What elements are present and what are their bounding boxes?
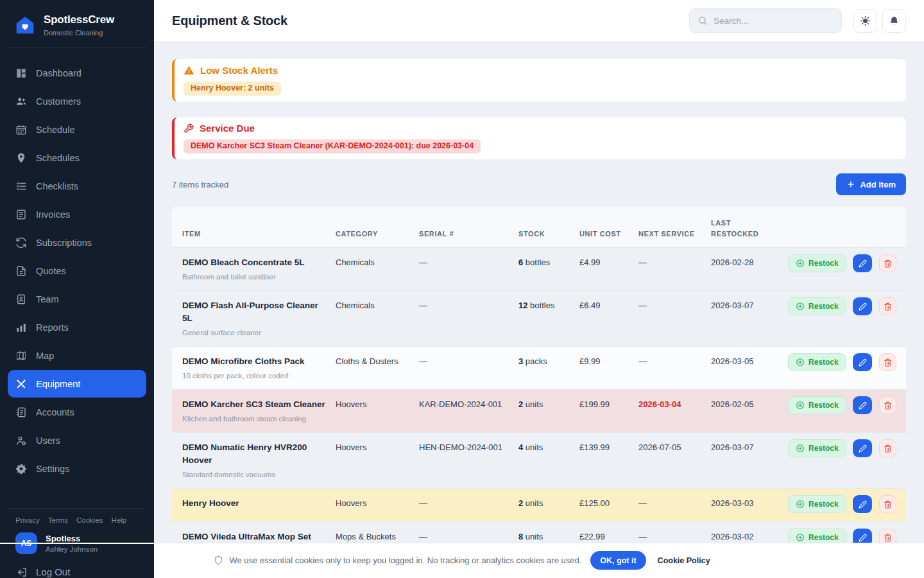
low-stock-alert-card: Low Stock Alerts Henry Hoover: 2 units — [172, 59, 906, 101]
dashboard-icon — [15, 67, 27, 79]
sidebar-item-customers[interactable]: Customers — [8, 87, 146, 115]
schedule-icon — [15, 123, 27, 136]
sidebar-item-subscriptions[interactable]: Subscriptions — [8, 229, 146, 256]
quotes-icon — [15, 265, 27, 277]
sidebar-item-schedule[interactable]: Schedule — [8, 116, 146, 143]
sidebar-item-settings[interactable]: Settings — [8, 455, 146, 482]
item-last-restocked: 2026-03-05 — [711, 347, 788, 390]
pencil-icon — [859, 500, 867, 509]
notifications-button[interactable] — [882, 9, 906, 33]
sidebar-item-dashboard[interactable]: Dashboard — [8, 59, 146, 87]
sidebar-item-users[interactable]: Users — [8, 426, 146, 454]
cookie-policy-link[interactable]: Cookie Policy — [658, 556, 710, 565]
footer-link-terms[interactable]: Terms — [48, 516, 68, 524]
column-header: Next Service — [638, 207, 711, 248]
item-unit-cost: £139.99 — [579, 433, 638, 489]
delete-button[interactable] — [879, 353, 896, 371]
search-icon — [697, 15, 708, 26]
restock-button[interactable]: Restock — [788, 439, 846, 457]
item-serial: HEN-DEMO-2024-001 — [419, 433, 518, 489]
delete-button[interactable] — [879, 439, 896, 457]
restock-button[interactable]: Restock — [788, 495, 846, 513]
item-name: DEMO Numatic Henry HVR200 Hoover — [182, 441, 330, 467]
theme-toggle-button[interactable] — [853, 9, 877, 33]
sidebar-item-checklists[interactable]: Checklists — [8, 172, 146, 200]
sidebar-item-schedules[interactable]: Schedules — [8, 144, 146, 171]
service-due-chips: DEMO Karcher SC3 Steam Cleaner (KAR-DEMO… — [184, 139, 897, 156]
sidebar-item-reports[interactable]: Reports — [8, 313, 146, 341]
edit-button[interactable] — [853, 254, 872, 272]
item-description: Standard domestic vacuums — [182, 469, 330, 480]
item-serial: KAR-DEMO-2024-001 — [419, 390, 518, 433]
column-header: Unit Cost — [579, 207, 638, 248]
sidebar-item-quotes[interactable]: Quotes — [8, 257, 146, 285]
item-next-service: 2026-03-04 — [638, 390, 711, 433]
delete-button[interactable] — [879, 297, 896, 315]
cookie-ok-button[interactable]: OK, got it — [590, 551, 646, 570]
item-last-restocked: 2026-03-03 — [711, 489, 788, 522]
search-box[interactable] — [689, 8, 842, 33]
footer-link-privacy[interactable]: Privacy — [15, 516, 40, 524]
restock-button[interactable]: Restock — [788, 396, 846, 414]
delete-button[interactable] — [879, 396, 896, 414]
topbar: Equipment & Stock — [154, 0, 924, 41]
footer-link-cookies[interactable]: Cookies — [76, 516, 103, 524]
sidebar-item-label: Quotes — [36, 266, 66, 276]
table-row: Henry Hoover Hoovers — 2 units £125.00 —… — [172, 489, 906, 522]
item-serial: — — [419, 347, 518, 390]
add-item-button[interactable]: Add Item — [836, 173, 906, 195]
item-stock: 3 packs — [518, 347, 579, 390]
delete-button[interactable] — [879, 254, 896, 272]
edit-button[interactable] — [853, 353, 872, 371]
table-row: DEMO Numatic Henry HVR200 Hoover Standar… — [172, 433, 906, 489]
delete-button[interactable] — [879, 495, 896, 513]
item-stock: 2 units — [518, 489, 579, 522]
restock-button[interactable]: Restock — [788, 297, 846, 315]
item-name: DEMO Microfibre Cloths Pack — [182, 355, 330, 368]
sidebar-item-label: Users — [36, 435, 60, 446]
sidebar-item-label: Subscriptions — [36, 238, 92, 248]
app-logo: SpotlessCrew Domestic Cleaning — [0, 0, 154, 48]
item-unit-cost: £6.49 — [579, 291, 638, 347]
search-input[interactable] — [714, 16, 834, 26]
house-heart-logo-icon — [15, 15, 35, 35]
column-header: Last Restocked — [711, 207, 788, 248]
plus-circle-icon — [796, 500, 805, 509]
invoices-icon — [15, 208, 27, 220]
restock-button[interactable]: Restock — [788, 254, 846, 272]
sidebar-item-label: Equipment — [36, 379, 80, 389]
edit-button[interactable] — [853, 439, 872, 457]
row-actions: Restock — [788, 390, 906, 433]
item-name: DEMO Bleach Concentrate 5L — [182, 256, 330, 269]
item-description: General surface cleaner — [182, 328, 330, 338]
column-header — [788, 207, 906, 248]
wrench-icon — [184, 123, 194, 134]
footer-link-help[interactable]: Help — [112, 516, 127, 524]
edit-button[interactable] — [853, 495, 872, 513]
item-last-restocked: 2026-02-28 — [711, 248, 788, 291]
sidebar-item-invoices[interactable]: Invoices — [8, 200, 146, 228]
sidebar-footer-links: PrivacyTermsCookiesHelp — [0, 509, 154, 524]
pencil-icon — [859, 534, 867, 542]
sidebar-item-accounts[interactable]: Accounts — [8, 398, 146, 426]
sidebar-item-label: Team — [36, 294, 58, 304]
item-serial: — — [419, 489, 518, 522]
edit-button[interactable] — [853, 297, 872, 315]
equipment-table: ItemCategorySerial #StockUnit CostNext S… — [172, 207, 906, 565]
item-category: Hoovers — [336, 489, 419, 522]
sidebar-item-label: Reports — [36, 322, 69, 333]
item-category: Hoovers — [336, 390, 419, 433]
item-name: DEMO Flash All-Purpose Cleaner 5L — [182, 299, 330, 325]
sidebar-nav: Dashboard Customers Schedule Schedules C… — [0, 48, 154, 483]
app-name: SpotlessCrew — [44, 13, 114, 26]
sidebar-item-team[interactable]: Team — [8, 285, 146, 313]
table-row: DEMO Microfibre Cloths Pack 10 cloths pe… — [172, 347, 906, 390]
equipment-icon — [15, 378, 27, 390]
sidebar-item-map[interactable]: Map — [8, 342, 146, 369]
sidebar-item-equipment[interactable]: Equipment — [8, 370, 146, 398]
table-header: ItemCategorySerial #StockUnit CostNext S… — [172, 207, 906, 248]
sidebar-item-label: Settings — [36, 464, 69, 474]
edit-button[interactable] — [853, 396, 872, 414]
restock-button[interactable]: Restock — [788, 353, 846, 371]
sidebar-item-label: Schedules — [36, 153, 80, 163]
